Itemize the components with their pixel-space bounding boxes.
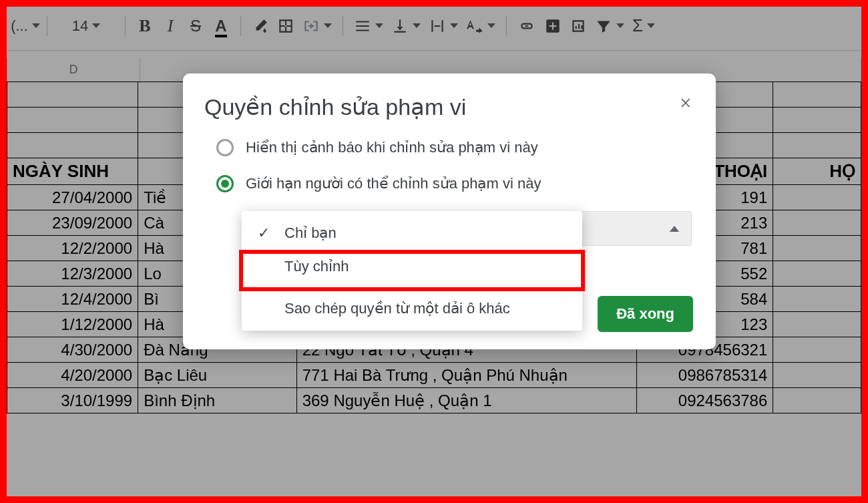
dropdown-collapsed[interactable] — [572, 211, 692, 246]
done-button[interactable]: Đã xong — [598, 296, 693, 332]
option-restrict[interactable]: Giới hạn người có thể chỉnh sửa phạm vi … — [216, 175, 694, 192]
close-button[interactable] — [674, 91, 698, 115]
dialog-title: Quyền chỉnh sửa phạm vi — [204, 94, 694, 120]
dropdown-list: ✓ Chỉ bạn ✓ Tùy chỉnh ✓ Sao chép quyền t… — [242, 211, 582, 331]
option-restrict-label: Giới hạn người có thể chỉnh sửa phạm vi … — [246, 175, 541, 192]
chevron-up-icon — [670, 226, 679, 232]
dropdown-item-label: Chỉ bạn — [284, 224, 337, 242]
dropdown-item-custom[interactable]: ✓ Tùy chỉnh — [242, 250, 582, 283]
option-show-warning-label: Hiển thị cảnh báo khi chỉnh sửa phạm vi … — [246, 139, 538, 156]
dropdown-item-only-you[interactable]: ✓ Chỉ bạn — [242, 216, 582, 250]
range-permissions-dialog: Quyền chỉnh sửa phạm vi Hiển thị cảnh bá… — [183, 73, 716, 349]
dropdown-item-label: Tùy chỉnh — [284, 258, 349, 275]
option-show-warning[interactable]: Hiển thị cảnh báo khi chỉnh sửa phạm vi … — [216, 139, 694, 156]
dropdown-item-label: Sao chép quyền từ một dải ô khác — [284, 300, 510, 317]
check-icon: ✓ — [255, 224, 272, 242]
dropdown-item-copy[interactable]: ✓ Sao chép quyền từ một dải ô khác — [242, 292, 582, 325]
radio-checked-icon — [216, 175, 234, 192]
dropdown-divider — [284, 287, 582, 288]
radio-unchecked-icon — [216, 139, 234, 156]
